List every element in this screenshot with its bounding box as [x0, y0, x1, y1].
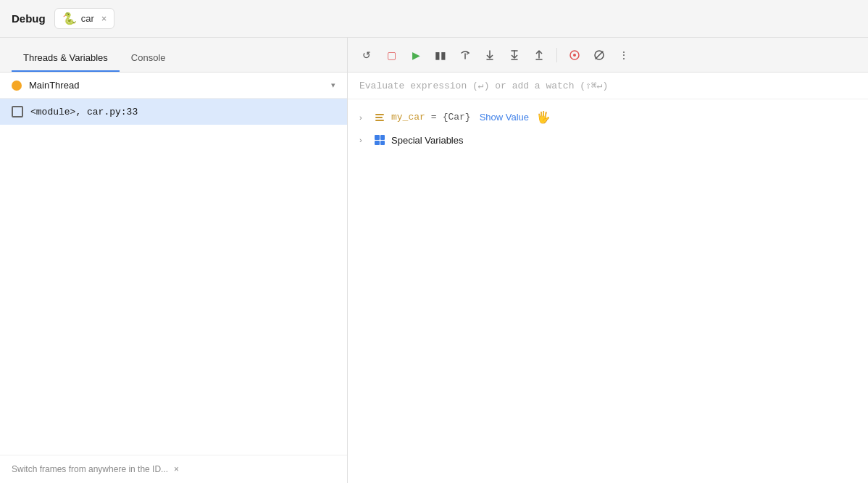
var-icon-special-vars [374, 134, 385, 146]
bottom-hint: Switch frames from anywhere in the ID...… [0, 455, 347, 483]
step-out-button[interactable] [529, 45, 549, 65]
run-to-cursor-button[interactable] [564, 45, 585, 65]
frame-text: <module>, car.py:33 [30, 107, 138, 117]
more-button[interactable]: ⋮ [614, 45, 634, 65]
step-into-my-code-button[interactable] [504, 45, 525, 65]
rerun-button[interactable]: ↺ [356, 45, 377, 65]
toolbar-icons: ↺ ▢ ▶ ▮▮ [348, 38, 868, 72]
special-vars-label: Special Variables [391, 135, 463, 146]
tab-close-button[interactable]: × [101, 13, 107, 24]
var-name-my-car: my_car [391, 112, 425, 123]
panel-tabs: Threads & Variables Console [0, 38, 348, 72]
frame-icon [12, 106, 23, 117]
svg-line-11 [596, 51, 603, 59]
stop-button[interactable]: ▢ [381, 45, 401, 65]
step-into-button[interactable] [480, 45, 500, 65]
var-equals-my-car: = [431, 112, 437, 123]
cursor-hand-icon: 🖐 [536, 110, 551, 124]
left-panel: MainThread ▾ <module>, car.py:33 Switch … [0, 73, 348, 483]
title-bar: Debug 🐍 car × [0, 0, 868, 38]
bottom-hint-text: Switch frames from anywhere in the ID... [12, 464, 168, 474]
thread-chevron-icon: ▾ [331, 80, 335, 90]
mute-breakpoints-button[interactable] [589, 45, 609, 65]
tab-threads-variables[interactable]: Threads & Variables [12, 45, 120, 72]
var-icon-my-car [374, 112, 385, 123]
grid-icon [375, 135, 385, 145]
eval-bar[interactable]: Evaluate expression (↵) or add a watch (… [348, 73, 868, 99]
python-icon: 🐍 [62, 12, 77, 25]
tab-console[interactable]: Console [120, 45, 178, 72]
eval-bar-placeholder: Evaluate expression (↵) or add a watch (… [359, 80, 608, 91]
step-over-button[interactable] [455, 45, 475, 65]
resume-button[interactable]: ▶ [406, 45, 426, 65]
object-icon [375, 114, 384, 121]
pause-button[interactable]: ▮▮ [430, 45, 451, 65]
app-title: Debug [12, 12, 46, 25]
thread-selector[interactable]: MainThread ▾ [0, 73, 347, 99]
expand-arrow-special-vars: › [359, 136, 368, 144]
debug-tab[interactable]: 🐍 car × [54, 8, 115, 29]
var-item-my-car[interactable]: › my_car = {Car} Show Value 🖐 [348, 105, 868, 129]
tab-label: car [81, 13, 94, 24]
thread-status-dot [12, 80, 22, 91]
expand-arrow-my-car: › [359, 113, 368, 122]
variables-list: › my_car = {Car} Show Value 🖐 › [348, 99, 868, 483]
bottom-hint-close-button[interactable]: × [174, 464, 179, 474]
var-item-special-variables[interactable]: › Special Variables [348, 129, 868, 151]
toolbar-separator [556, 48, 557, 62]
right-panel: Evaluate expression (↵) or add a watch (… [348, 73, 868, 483]
main-content: MainThread ▾ <module>, car.py:33 Switch … [0, 73, 868, 483]
var-value-my-car: {Car} [443, 112, 471, 123]
toolbar: Threads & Variables Console ↺ ▢ ▶ ▮▮ [0, 38, 868, 73]
svg-point-9 [573, 54, 576, 57]
show-value-link[interactable]: Show Value [480, 112, 529, 123]
thread-name: MainThread [29, 80, 324, 91]
frame-item[interactable]: <module>, car.py:33 [0, 99, 347, 125]
